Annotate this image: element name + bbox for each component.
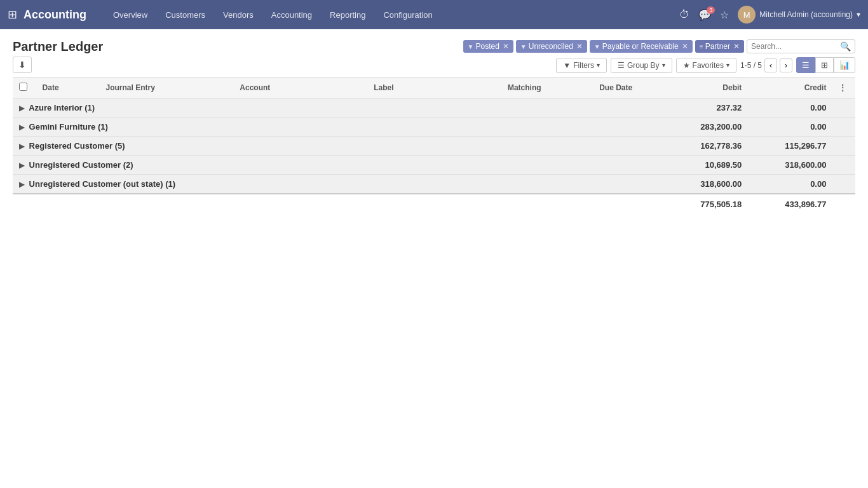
expand-icon: ▶ — [19, 142, 24, 150]
filters-label: Filters — [573, 61, 594, 70]
pagination-prev[interactable]: ‹ — [764, 58, 777, 72]
totals-credit: 433,896.77 — [748, 194, 832, 214]
nav-customers[interactable]: Customers — [156, 0, 214, 29]
filters-chevron: ▾ — [597, 62, 600, 69]
favorites-chevron: ▾ — [726, 62, 729, 69]
filter-tag-partner[interactable]: ≡ Partner ✕ — [695, 40, 744, 53]
expand-icon: ▶ — [19, 180, 24, 188]
group-opts — [832, 137, 855, 156]
top-navigation: ⊞ Accounting Overview Customers Vendors … — [0, 0, 868, 29]
user-name: Mitchell Admin (accounting) — [759, 10, 853, 19]
page-header-left: Partner Ledger ⬇ — [13, 39, 103, 73]
filter-posted-label: Posted — [476, 42, 499, 51]
col-label-header[interactable]: Label — [367, 78, 501, 98]
group-label[interactable]: ▶ Registered Customer (5) — [13, 137, 663, 156]
app-title[interactable]: Accounting — [24, 8, 86, 22]
favorites-icon: ★ — [683, 61, 690, 70]
col-date-header[interactable]: Date — [36, 78, 100, 98]
chat-badge: 3 — [707, 6, 715, 14]
col-account-header[interactable]: Account — [233, 78, 367, 98]
filter-unreconciled-remove[interactable]: ✕ — [576, 42, 583, 51]
expand-icon: ▶ — [19, 161, 24, 169]
avatar: M — [738, 6, 756, 24]
nav-vendors[interactable]: Vendors — [214, 0, 262, 29]
filter-payable-label: Payable or Receivable — [602, 42, 679, 51]
col-credit-header[interactable]: Credit — [748, 78, 832, 98]
filter-payable-remove[interactable]: ✕ — [682, 42, 688, 51]
view-list-button[interactable]: ☰ — [796, 57, 815, 73]
group-opts — [832, 156, 855, 175]
expand-icon: ▶ — [19, 104, 24, 112]
group-label[interactable]: ▶ Gemini Furniture (1) — [13, 118, 663, 137]
filter-partner-remove[interactable]: ✕ — [733, 42, 740, 51]
download-button[interactable]: ⬇ — [13, 57, 32, 73]
table-body: ▶ Azure Interior (1) 237.32 0.00 ▶ Gemin… — [13, 98, 855, 215]
search-box[interactable]: 🔍 — [747, 39, 855, 53]
totals-row: 775,505.18 433,896.77 — [13, 194, 855, 214]
group-credit: 0.00 — [748, 118, 832, 137]
pagination-text: 1-5 / 5 — [740, 61, 762, 70]
user-menu-chevron: ▾ — [857, 10, 860, 19]
chat-icon[interactable]: 💬 3 — [698, 9, 711, 21]
group-label[interactable]: ▶ Unregistered Customer (out state) (1) — [13, 175, 663, 194]
group-credit: 0.00 — [748, 175, 832, 194]
table-row[interactable]: ▶ Registered Customer (5) 162,778.36 115… — [13, 137, 855, 156]
clock-icon[interactable]: ⏱ — [679, 9, 689, 20]
group-debit: 10,689.50 — [663, 156, 748, 175]
filter-payable-icon: ▼ — [594, 43, 600, 50]
table-row[interactable]: ▶ Unregistered Customer (2) 10,689.50 31… — [13, 156, 855, 175]
group-debit: 237.32 — [663, 98, 748, 118]
col-checkbox — [13, 78, 36, 98]
user-menu[interactable]: M Mitchell Admin (accounting) ▾ — [738, 6, 860, 24]
table-row[interactable]: ▶ Gemini Furniture (1) 283,200.00 0.00 — [13, 118, 855, 137]
filter-posted-remove[interactable]: ✕ — [503, 42, 509, 51]
filter-tags-row: ▼ Posted ✕ ▼ Unreconciled ✕ ▼ Payable or… — [463, 39, 855, 53]
nav-reporting[interactable]: Reporting — [321, 0, 374, 29]
group-debit: 162,778.36 — [663, 137, 748, 156]
filters-button[interactable]: ▼ Filters ▾ — [556, 58, 607, 73]
group-debit: 283,200.00 — [663, 118, 748, 137]
star-icon[interactable]: ☆ — [720, 9, 729, 21]
group-credit: 115,296.77 — [748, 137, 832, 156]
filter-icon: ▼ — [563, 61, 571, 70]
select-all-checkbox[interactable] — [19, 83, 27, 91]
table-row[interactable]: ▶ Unregistered Customer (out state) (1) … — [13, 175, 855, 194]
search-input[interactable] — [751, 42, 840, 51]
col-matching-header[interactable]: Matching — [501, 78, 593, 98]
favorites-label: Favorites — [693, 61, 724, 70]
filter-tag-unreconciled[interactable]: ▼ Unreconciled ✕ — [516, 40, 587, 53]
col-opts-header: ⋮ — [832, 78, 855, 98]
group-label[interactable]: ▶ Azure Interior (1) — [13, 98, 663, 118]
view-chart-button[interactable]: 📊 — [834, 57, 855, 73]
table-row[interactable]: ▶ Azure Interior (1) 237.32 0.00 — [13, 98, 855, 118]
pagination-next[interactable]: › — [780, 58, 792, 72]
filter-partner-icon: ≡ — [700, 43, 703, 50]
group-by-button[interactable]: ☰ Group By ▾ — [611, 58, 672, 73]
group-label[interactable]: ▶ Unregistered Customer (2) — [13, 156, 663, 175]
filter-unreconciled-label: Unreconciled — [529, 42, 573, 51]
col-duedate-header[interactable]: Due Date — [593, 78, 663, 98]
filter-unreconciled-icon: ▼ — [520, 43, 527, 50]
table-header-row: Date Journal Entry Account Label Matchin… — [13, 78, 855, 98]
filter-tag-posted[interactable]: ▼ Posted ✕ — [463, 40, 513, 53]
nav-overview[interactable]: Overview — [104, 0, 156, 29]
nav-configuration[interactable]: Configuration — [374, 0, 441, 29]
expand-icon: ▶ — [19, 123, 24, 131]
col-debit-header[interactable]: Debit — [663, 78, 748, 98]
totals-debit: 775,505.18 — [663, 194, 748, 214]
filter-tag-payable[interactable]: ▼ Payable or Receivable ✕ — [590, 40, 693, 53]
search-icon[interactable]: 🔍 — [840, 41, 851, 51]
favorites-button[interactable]: ★ Favorites ▾ — [676, 58, 736, 73]
apps-menu-icon[interactable]: ⊞ — [8, 8, 17, 22]
pagination: 1-5 / 5 ‹ › — [740, 58, 792, 72]
view-grid-button[interactable]: ⊞ — [815, 57, 834, 73]
topnav-right: ⏱ 💬 3 ☆ M Mitchell Admin (accounting) ▾ — [679, 6, 860, 24]
groupby-chevron: ▾ — [662, 62, 665, 69]
view-toggles: ☰ ⊞ 📊 — [796, 57, 855, 73]
controls-row: ▼ Filters ▾ ☰ Group By ▾ ★ Favorites ▾ 1… — [556, 57, 855, 73]
group-opts — [832, 118, 855, 137]
group-credit: 318,600.00 — [748, 156, 832, 175]
nav-accounting[interactable]: Accounting — [262, 0, 321, 29]
totals-opts — [832, 194, 855, 214]
col-journal-header[interactable]: Journal Entry — [99, 78, 233, 98]
